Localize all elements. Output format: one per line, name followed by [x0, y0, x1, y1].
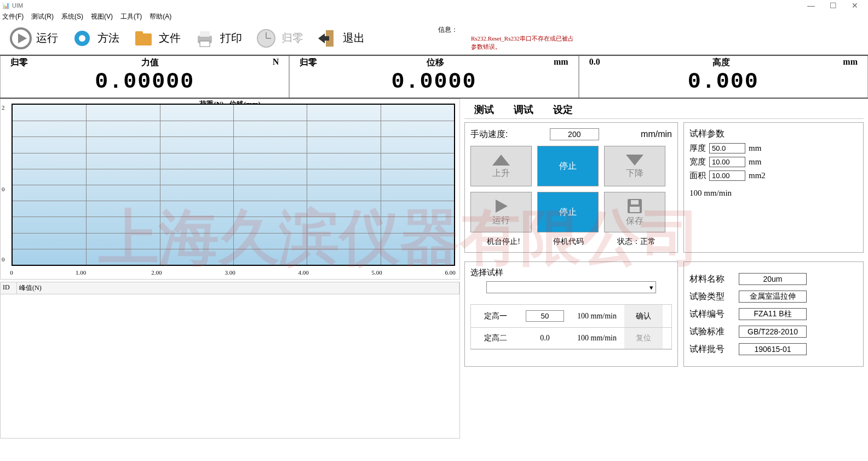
results-table: ID 峰值(N) — [0, 282, 460, 439]
svg-rect-7 — [200, 31, 210, 37]
menu-system[interactable]: 系统(S) — [61, 12, 83, 21]
material-info-panel: 材料名称 试验类型 试样编号 试验标准 试样批号 — [683, 261, 864, 367]
thickness-input[interactable] — [709, 143, 745, 153]
exit-icon — [315, 26, 340, 50]
height-unit: mm — [843, 57, 858, 69]
title-bar: 📊 UIM — ☐ ✕ — [0, 0, 868, 11]
svg-rect-18 — [631, 200, 639, 204]
area-input[interactable] — [709, 170, 745, 181]
svg-point-3 — [79, 35, 85, 42]
svg-marker-1 — [18, 33, 27, 43]
select-sample-title: 选择试样 — [470, 268, 672, 278]
menu-tool[interactable]: 工具(T) — [120, 12, 142, 21]
play-triangle-icon — [493, 198, 509, 214]
save-button[interactable]: 保存 — [604, 192, 665, 232]
disp-zero-button[interactable]: 归零 — [300, 57, 317, 69]
displacement-readout: 归零 位移 mm 0.0000 — [289, 56, 578, 98]
select-sample-panel: 选择试样 ▾ 定高一 100 mm/min 确认 定高二 0.0 100 mm/… — [464, 261, 678, 367]
tab-settings[interactable]: 设定 — [549, 103, 577, 116]
force-label: 力值 — [141, 57, 159, 69]
state-label: 状态：正常 — [617, 237, 656, 247]
gear-icon — [70, 26, 94, 50]
height-zero-button[interactable]: 0.0 — [589, 57, 600, 69]
toolbar: 运行 方法 文件 打印 归零 退出 信息： Rs232.Reset_Rs232串… — [0, 22, 868, 55]
readout-row: 归零 力值 N 0.00000 归零 位移 mm 0.0000 0.0 高度 m… — [0, 55, 868, 99]
clock-icon — [254, 26, 278, 50]
print-button[interactable]: 打印 — [188, 24, 246, 53]
exit-button[interactable]: 退出 — [311, 24, 369, 53]
sample-params-title: 试样参数 — [689, 128, 858, 140]
window-minimize-button[interactable]: — — [800, 1, 822, 10]
chevron-down-icon: ▾ — [649, 283, 653, 292]
standard-input[interactable] — [739, 326, 807, 338]
window-maximize-button[interactable]: ☐ — [822, 1, 844, 10]
save-icon — [626, 198, 643, 214]
menu-view[interactable]: 视图(V) — [91, 12, 113, 21]
disp-unit: mm — [554, 57, 568, 69]
tab-test[interactable]: 测试 — [470, 103, 498, 116]
method-button[interactable]: 方法 — [66, 24, 124, 53]
batch-input[interactable] — [739, 343, 807, 355]
force-readout: 归零 力值 N 0.00000 — [0, 56, 289, 98]
force-unit: N — [273, 57, 279, 69]
manual-speed-unit: mm/min — [641, 129, 672, 139]
window-close-button[interactable]: ✕ — [844, 1, 866, 10]
info-area: 信息： Rs232.Reset_Rs232串口不存在或已被占 参数错误。 — [438, 25, 574, 51]
chart: 荷重(N) - 位移(mm) 2 0 0 0 1.00 2.00 3.00 4.… — [0, 99, 460, 280]
sample-id-input[interactable] — [739, 308, 807, 320]
stop-button-1[interactable]: 停止 — [537, 146, 599, 186]
menu-help[interactable]: 帮助(A) — [150, 12, 171, 21]
svg-rect-8 — [200, 41, 210, 47]
confirm-button[interactable]: 确认 — [624, 305, 663, 327]
up-button[interactable]: 上升 — [470, 146, 532, 186]
tab-bar: 测试 调试 设定 — [464, 101, 864, 119]
reset-button[interactable]: 复位 — [624, 328, 663, 349]
play-icon — [9, 26, 33, 50]
sample-dropdown[interactable]: ▾ — [486, 281, 656, 293]
manual-speed-input[interactable] — [550, 128, 599, 140]
sample-params-panel: 试样参数 厚度mm 宽度mm 面积mm2 100 mm/min — [683, 122, 864, 253]
test-type-input[interactable] — [739, 291, 807, 303]
height-label: 高度 — [712, 57, 730, 69]
height1-input[interactable] — [526, 310, 564, 322]
svg-marker-14 — [492, 155, 510, 166]
down-button[interactable]: 下降 — [604, 146, 665, 186]
height-value: 0.000 — [579, 70, 867, 94]
arrow-down-icon — [625, 153, 645, 167]
run-test-button[interactable]: 运行 — [470, 192, 532, 232]
chart-plot-area — [12, 104, 455, 266]
manual-speed-label: 手动速度: — [470, 129, 508, 140]
col-id: ID — [1, 282, 17, 294]
svg-rect-5 — [135, 31, 143, 36]
svg-marker-16 — [496, 200, 508, 213]
error-message: Rs232.Reset_Rs232串口不存在或已被占 参数错误。 — [471, 35, 574, 51]
speed-note: 100 mm/min — [689, 189, 858, 198]
run-button[interactable]: 运行 — [4, 24, 62, 53]
file-button[interactable]: 文件 — [127, 24, 185, 53]
tab-debug[interactable]: 调试 — [509, 103, 538, 116]
printer-icon — [193, 26, 217, 50]
stop-code-label: 停机代码 — [553, 237, 584, 247]
zero-button[interactable]: 归零 — [250, 24, 308, 53]
disp-label: 位移 — [427, 57, 444, 69]
disp-value: 0.0000 — [290, 70, 578, 94]
menu-file[interactable]: 文件(F) — [2, 12, 24, 21]
stop-button-2[interactable]: 停止 — [537, 192, 599, 232]
manual-control-panel: 手动速度: mm/min 上升 停止 下降 运行 停止 保存 机台停止! 停机代… — [464, 122, 678, 253]
force-value: 0.00000 — [1, 70, 289, 94]
material-name-input[interactable] — [739, 273, 807, 285]
col-peak: 峰值(N) — [17, 282, 459, 294]
svg-rect-19 — [630, 207, 640, 212]
menu-test[interactable]: 测试(R) — [31, 12, 54, 21]
force-zero-button[interactable]: 归零 — [10, 57, 28, 69]
menu-bar: 文件(F) 测试(R) 系统(S) 视图(V) 工具(T) 帮助(A) — [0, 11, 868, 22]
width-input[interactable] — [709, 157, 745, 167]
arrow-up-icon — [491, 153, 511, 167]
folder-icon — [131, 26, 156, 50]
height2-value: 0.0 — [520, 328, 570, 349]
machine-stop-status: 机台停止! — [487, 237, 520, 247]
app-title: UIM — [12, 2, 23, 9]
height-readout: 0.0 高度 mm 0.000 — [579, 56, 868, 98]
svg-marker-15 — [626, 155, 643, 166]
